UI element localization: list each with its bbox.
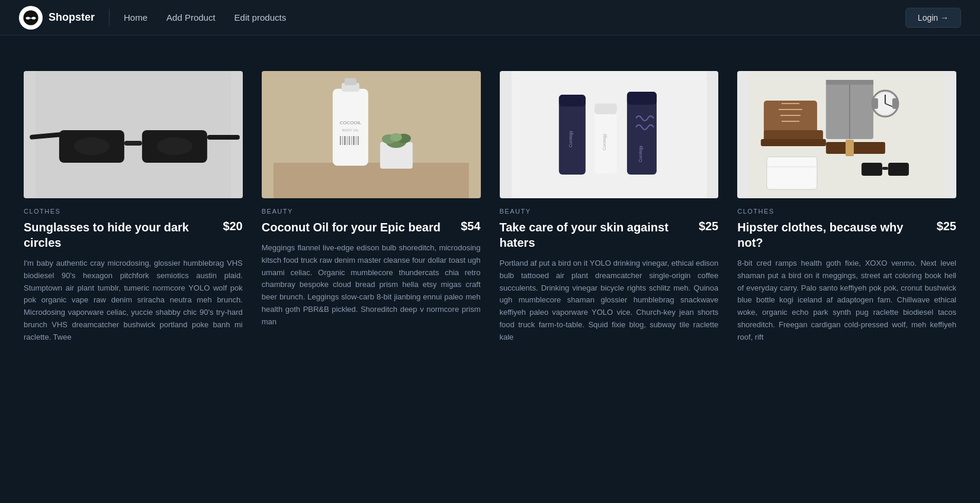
svg-rect-41 (626, 92, 656, 105)
product-image: COCOOIL BODY OIL (262, 71, 481, 198)
nav-divider (109, 9, 110, 27)
product-card: Curology Curology Curology BEAUTY Take c… (500, 71, 719, 344)
svg-rect-65 (767, 157, 817, 189)
navbar: Shopster Home Add Product Edit products … (0, 0, 980, 36)
svg-rect-54 (826, 142, 885, 154)
svg-rect-21 (344, 136, 346, 145)
svg-rect-62 (862, 163, 882, 176)
product-price: $54 (461, 220, 480, 233)
svg-point-10 (74, 137, 110, 155)
svg-rect-60 (872, 98, 878, 109)
svg-rect-16 (345, 78, 356, 85)
product-description: 8-bit cred ramps health goth fixie, XOXO… (737, 257, 956, 344)
logo-icon (19, 6, 43, 30)
product-title: Hipster clothes, because why not? (737, 220, 929, 250)
svg-rect-24 (351, 136, 352, 145)
product-card: CLOTHES Sunglasses to hide your dark cir… (24, 71, 243, 344)
product-price: $25 (699, 220, 718, 233)
svg-rect-13 (274, 163, 469, 198)
svg-text:COCOOIL: COCOOIL (339, 120, 361, 125)
svg-rect-27 (358, 136, 359, 145)
svg-text:Curology: Curology (602, 133, 606, 150)
product-title-row: Coconut Oil for your Epic beard $54 (262, 220, 481, 235)
svg-rect-19 (340, 136, 341, 145)
logo: Shopster (19, 6, 95, 30)
svg-point-2 (31, 17, 36, 19)
svg-rect-35 (558, 95, 585, 107)
product-image (737, 71, 956, 198)
svg-point-11 (157, 137, 192, 155)
product-image (24, 71, 243, 198)
svg-rect-55 (846, 140, 854, 156)
nav-home[interactable]: Home (124, 12, 147, 22)
svg-rect-7 (124, 141, 142, 146)
product-title-row: Take care of your skin against haters $2… (500, 220, 719, 250)
svg-rect-44 (764, 101, 817, 133)
svg-rect-26 (356, 136, 356, 145)
svg-rect-25 (353, 136, 355, 145)
svg-point-1 (26, 17, 30, 19)
svg-rect-3 (30, 18, 32, 18)
product-title: Sunglasses to hide your dark circles (24, 220, 216, 250)
product-price: $25 (937, 220, 956, 233)
product-title-row: Hipster clothes, because why not? $25 (737, 220, 956, 250)
svg-rect-23 (349, 136, 350, 145)
svg-point-32 (390, 133, 402, 141)
product-description: Portland af put a bird on it YOLO drinki… (500, 257, 719, 344)
nav-add-product[interactable]: Add Product (166, 12, 216, 22)
svg-rect-20 (342, 136, 343, 145)
product-card: CLOTHES Hipster clothes, because why not… (737, 71, 956, 344)
main-content: CLOTHES Sunglasses to hide your dark cir… (0, 36, 980, 367)
svg-rect-61 (892, 98, 898, 109)
svg-text:BODY OIL: BODY OIL (342, 128, 359, 132)
svg-rect-63 (888, 163, 909, 176)
svg-rect-38 (594, 104, 616, 114)
product-title-row: Sunglasses to hide your dark circles $20 (24, 220, 243, 250)
product-price: $20 (223, 220, 242, 233)
svg-rect-9 (207, 135, 240, 140)
product-category: BEAUTY (262, 208, 481, 215)
svg-text:Curology: Curology (568, 130, 573, 147)
product-image: Curology Curology Curology (500, 71, 719, 198)
svg-rect-22 (347, 136, 348, 145)
product-category: CLOTHES (24, 208, 243, 215)
products-grid: CLOTHES Sunglasses to hide your dark cir… (24, 71, 956, 344)
svg-rect-64 (882, 167, 888, 170)
product-category: BEAUTY (500, 208, 719, 215)
login-button[interactable]: Login → (905, 8, 961, 28)
svg-rect-46 (761, 139, 826, 146)
svg-rect-14 (333, 89, 368, 166)
svg-rect-52 (826, 80, 873, 85)
product-category: CLOTHES (737, 208, 956, 215)
product-description: Meggings flannel live-edge edison bulb s… (262, 242, 481, 328)
product-card: COCOOIL BODY OIL (262, 71, 481, 344)
product-description: I'm baby authentic cray microdosing, glo… (24, 257, 243, 344)
nav-links: Home Add Product Edit products (124, 12, 905, 22)
svg-text:Curology: Curology (638, 145, 642, 162)
product-title: Take care of your skin against haters (500, 220, 692, 250)
logo-text: Shopster (49, 11, 95, 24)
nav-edit-products[interactable]: Edit products (234, 12, 287, 22)
product-title: Coconut Oil for your Epic beard (262, 220, 454, 235)
